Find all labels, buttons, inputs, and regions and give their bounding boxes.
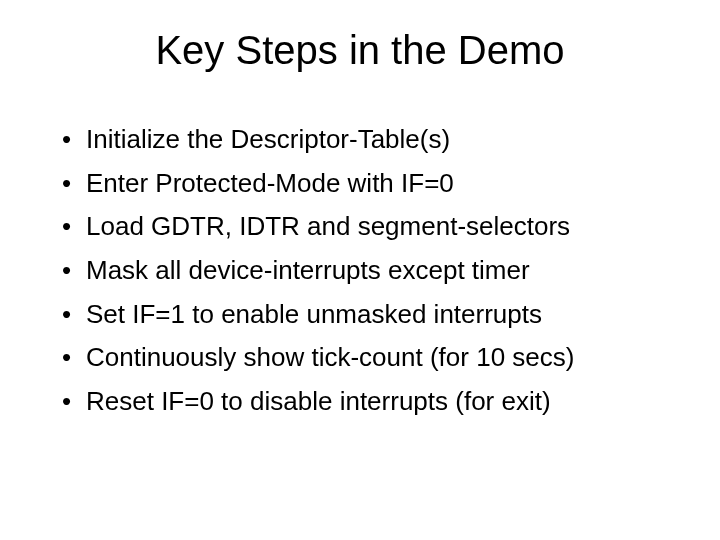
bullet-text: Set IF=1 to enable unmasked interrupts	[86, 296, 680, 334]
bullet-icon: •	[58, 252, 86, 290]
bullet-list: • Initialize the Descriptor-Table(s) • E…	[40, 121, 680, 421]
list-item: • Load GDTR, IDTR and segment-selectors	[58, 208, 680, 246]
list-item: • Reset IF=0 to disable interrupts (for …	[58, 383, 680, 421]
list-item: • Enter Protected-Mode with IF=0	[58, 165, 680, 203]
bullet-icon: •	[58, 121, 86, 159]
list-item: • Mask all device-interrupts except time…	[58, 252, 680, 290]
bullet-text: Mask all device-interrupts except timer	[86, 252, 680, 290]
slide-title: Key Steps in the Demo	[40, 28, 680, 73]
bullet-text: Load GDTR, IDTR and segment-selectors	[86, 208, 680, 246]
bullet-icon: •	[58, 165, 86, 203]
bullet-icon: •	[58, 339, 86, 377]
bullet-icon: •	[58, 296, 86, 334]
bullet-icon: •	[58, 383, 86, 421]
list-item: • Set IF=1 to enable unmasked interrupts	[58, 296, 680, 334]
bullet-icon: •	[58, 208, 86, 246]
slide: Key Steps in the Demo • Initialize the D…	[0, 0, 720, 540]
list-item: • Initialize the Descriptor-Table(s)	[58, 121, 680, 159]
bullet-text: Reset IF=0 to disable interrupts (for ex…	[86, 383, 680, 421]
bullet-text: Initialize the Descriptor-Table(s)	[86, 121, 680, 159]
bullet-text: Enter Protected-Mode with IF=0	[86, 165, 680, 203]
bullet-text: Continuously show tick-count (for 10 sec…	[86, 339, 680, 377]
list-item: • Continuously show tick-count (for 10 s…	[58, 339, 680, 377]
